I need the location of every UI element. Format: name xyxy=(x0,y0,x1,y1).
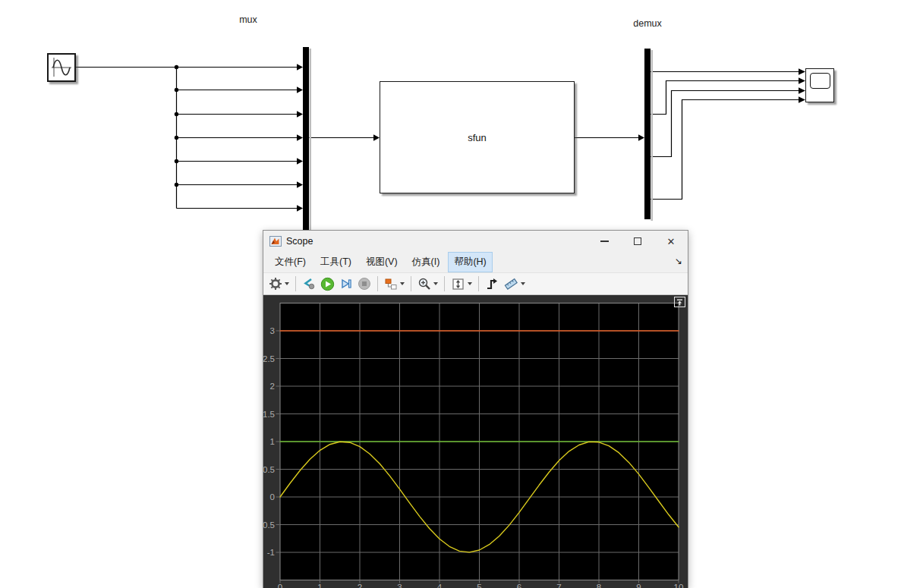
menu-simulation[interactable]: 仿真(I) xyxy=(406,252,446,272)
sine-wave-icon xyxy=(49,55,74,80)
junction-dot xyxy=(175,65,178,69)
sine-wave-block[interactable] xyxy=(47,53,76,82)
stop-icon xyxy=(358,277,371,291)
step-forward-button[interactable] xyxy=(338,275,354,292)
expand-arrow-icon xyxy=(676,299,683,306)
sfun-block[interactable]: sfun xyxy=(380,81,575,193)
scope-window: Scope ✕ 文件(F) 工具(T) 视图(V) 仿真(I) 帮助(H) ↘ xyxy=(263,230,688,588)
window-title: Scope xyxy=(286,236,313,247)
menu-tools[interactable]: 工具(T) xyxy=(314,252,358,272)
run-button[interactable] xyxy=(319,275,336,293)
x-tick-label: 2 xyxy=(358,583,362,588)
scope-menubar: 文件(F) 工具(T) 视图(V) 仿真(I) 帮助(H) ↘ xyxy=(263,252,688,273)
mux-label[interactable]: mux xyxy=(233,14,263,25)
demux-bar-shadow xyxy=(651,50,654,221)
x-tick-label: 5 xyxy=(477,583,481,588)
step-back-icon xyxy=(302,277,316,291)
y-tick-label: 3 xyxy=(270,326,275,335)
minimize-icon xyxy=(600,241,609,242)
x-tick-label: 0 xyxy=(278,583,282,588)
toolbar-separator xyxy=(295,276,296,291)
measurements-button[interactable] xyxy=(502,275,527,292)
close-button[interactable]: ✕ xyxy=(654,231,688,252)
matlab-scope-icon xyxy=(269,236,282,247)
toolbar-separator xyxy=(444,276,445,291)
autoscale-icon xyxy=(451,277,465,291)
dock-scope-icon[interactable]: ↘ xyxy=(675,256,682,266)
toolbar-separator xyxy=(478,276,479,291)
x-tick-label: 8 xyxy=(597,583,601,588)
y-tick-label: 2.5 xyxy=(263,354,275,363)
minimize-button[interactable] xyxy=(588,231,621,252)
zoom-in-magnifier-icon xyxy=(417,277,431,291)
scope-titlebar[interactable]: Scope ✕ xyxy=(263,231,688,252)
scope-block[interactable] xyxy=(805,68,834,102)
menu-file[interactable]: 文件(F) xyxy=(269,252,312,272)
step-back-button[interactable] xyxy=(301,275,317,292)
y-tick-label: -0.5 xyxy=(263,520,275,530)
wire xyxy=(651,100,799,200)
dropdown-caret-icon xyxy=(433,282,438,285)
y-tick-label: 1.5 xyxy=(263,410,275,419)
play-icon xyxy=(320,277,335,291)
trigger-icon xyxy=(485,277,499,291)
y-tick-label: 2 xyxy=(270,382,275,391)
scope-plot-svg: 32.521.510.50-0.5-1012345678910 xyxy=(263,295,688,588)
dropdown-caret-icon xyxy=(468,282,472,285)
ruler-icon xyxy=(503,277,518,291)
x-tick-label: 3 xyxy=(397,583,402,588)
scale-axes-button[interactable] xyxy=(449,275,474,293)
junction-dot xyxy=(175,112,178,116)
highlight-block-icon xyxy=(384,277,398,291)
menu-help[interactable]: 帮助(H) xyxy=(448,252,492,272)
y-tick-label: 0 xyxy=(270,492,275,502)
close-icon: ✕ xyxy=(667,236,676,247)
junction-dot xyxy=(175,88,178,92)
y-tick-label: 0.5 xyxy=(263,465,275,474)
toolbar-separator xyxy=(377,276,378,291)
scope-plot-panel: 32.521.510.50-0.5-1012345678910 xyxy=(263,295,688,588)
configuration-properties-button[interactable] xyxy=(267,275,291,292)
junction-dot xyxy=(175,136,178,140)
junction-dot xyxy=(175,159,178,163)
y-tick-label: 1 xyxy=(270,437,275,446)
junction-dot xyxy=(175,183,178,187)
x-tick-label: 1 xyxy=(317,583,322,588)
dropdown-caret-icon xyxy=(400,282,405,285)
maximize-icon xyxy=(634,237,641,245)
x-tick-label: 10 xyxy=(674,583,684,588)
x-tick-label: 4 xyxy=(437,583,443,588)
simulink-model-canvas: mux demux sfun Scope ✕ xyxy=(0,0,901,588)
wire xyxy=(651,81,799,115)
x-tick-label: 9 xyxy=(636,583,641,588)
mux-bar-shadow xyxy=(310,49,312,231)
stop-button[interactable] xyxy=(356,275,373,292)
y-tick-label: -1 xyxy=(267,548,275,557)
menu-view[interactable]: 视图(V) xyxy=(360,252,404,272)
highlight-simulink-block-button[interactable] xyxy=(383,275,406,292)
x-tick-label: 7 xyxy=(556,583,561,588)
expand-plot-button[interactable] xyxy=(674,297,685,307)
mux-bar[interactable] xyxy=(303,47,309,230)
dropdown-caret-icon xyxy=(285,282,289,285)
demux-bar[interactable] xyxy=(644,49,651,219)
demux-label[interactable]: demux xyxy=(630,18,665,29)
scope-toolbar xyxy=(263,273,688,295)
zoom-button[interactable] xyxy=(416,275,439,292)
wire xyxy=(651,91,799,157)
step-forward-icon xyxy=(339,277,353,291)
maximize-button[interactable] xyxy=(621,231,654,252)
toolbar-separator xyxy=(411,276,411,291)
scope-block-screen-icon xyxy=(810,73,830,89)
trigger-button[interactable] xyxy=(484,275,500,292)
dropdown-caret-icon xyxy=(521,282,525,285)
x-tick-label: 6 xyxy=(517,583,521,588)
gear-icon xyxy=(269,277,282,291)
sfun-block-label: sfun xyxy=(468,132,487,143)
